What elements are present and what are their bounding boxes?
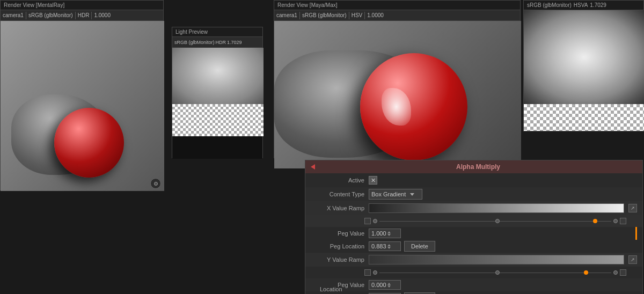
main-divider2 bbox=[349, 12, 349, 19]
top-right-gradient-canvas bbox=[524, 10, 644, 104]
x-peg-value-input[interactable]: 1.000 bbox=[369, 229, 401, 238]
x-peg-value-down[interactable] bbox=[387, 234, 391, 236]
main-divider1 bbox=[299, 12, 300, 19]
content-type-select[interactable]: Box Gradient bbox=[369, 189, 422, 200]
x-peg-value-row: Peg Value 1.000 bbox=[305, 227, 642, 240]
x-ramp-gradient bbox=[369, 204, 624, 212]
x-orange-indicator bbox=[635, 227, 637, 240]
main-divider3 bbox=[364, 12, 365, 19]
top-right-preview-panel: sRGB (glbMonitor) HSVA 1.7029 bbox=[523, 0, 644, 131]
x-peg-loc-spinbox-wrap: 0.883 bbox=[369, 241, 401, 251]
y-ramp-end-spacer bbox=[628, 268, 637, 277]
x-peg-spinbox-wrapper: 1.000 bbox=[369, 229, 401, 238]
y-peg-value-up[interactable] bbox=[387, 283, 391, 285]
x-delete-button[interactable]: Delete bbox=[404, 241, 435, 252]
main-camera: camera1 bbox=[276, 12, 297, 18]
x-peg-value-label: Peg Value bbox=[311, 230, 364, 237]
x-peg-spinbox-arrows bbox=[387, 231, 391, 236]
y-value-ramp[interactable] bbox=[369, 255, 624, 264]
left-panel-titlebar: Render View [MentalRay] bbox=[1, 1, 163, 10]
y-peg-location-row: Peg Location 0.855 Delete bbox=[305, 291, 642, 294]
left-zoom: 1.0000 bbox=[94, 12, 111, 18]
x-peg-location-label: Peg Location bbox=[311, 243, 364, 249]
x-ramp-mid-marker[interactable] bbox=[495, 219, 500, 223]
x-ramp-orange-marker[interactable] bbox=[593, 219, 597, 223]
x-ramp-dot-right[interactable] bbox=[613, 219, 618, 223]
toolbar-divider2 bbox=[75, 12, 76, 19]
left-render-panel: Render View [MentalRay] camera1 sRGB (gl… bbox=[0, 0, 164, 190]
light-preview-canvas bbox=[172, 48, 264, 136]
y-ramp-check-right[interactable] bbox=[620, 269, 626, 276]
main-hdr[interactable]: HSV bbox=[352, 12, 363, 18]
y-peg-value-down[interactable] bbox=[387, 285, 391, 288]
collapse-button[interactable] bbox=[311, 164, 315, 170]
x-ramp-edit-icon[interactable]: ↗ bbox=[628, 204, 637, 212]
lp-zoom: 1.7029 bbox=[227, 40, 242, 45]
x-ramp-track bbox=[379, 221, 611, 222]
left-panel-toolbar: camera1 sRGB (glbMonitor) HDR 1.0000 bbox=[1, 10, 163, 21]
y-peg-spinbox-wrapper: 0.000 bbox=[369, 280, 401, 290]
x-peg-location-input[interactable]: 0.883 bbox=[369, 241, 401, 251]
content-type-row: Content Type Box Gradient bbox=[305, 187, 642, 201]
x-ramp-check[interactable] bbox=[364, 218, 371, 224]
y-ramp-check[interactable] bbox=[364, 269, 371, 276]
y-ramp-dot-left[interactable] bbox=[373, 270, 377, 275]
light-preview-toolbar: sRGB (glbMonitor) HDR 1.7029 bbox=[172, 37, 262, 48]
y-ramp-label: Y Value Ramp bbox=[311, 256, 364, 263]
active-checkbox[interactable]: ✕ bbox=[369, 176, 377, 185]
y-peg-value-text: 0.000 bbox=[371, 282, 386, 288]
main-panel-title: Render View [Maya/Max] bbox=[277, 2, 338, 8]
y-ramp-mid-marker[interactable] bbox=[495, 270, 500, 275]
render-overlay-icon[interactable]: ⚙ bbox=[150, 178, 161, 189]
x-ramp-end-spacer bbox=[628, 217, 637, 225]
light-preview-panel: Light Preview sRGB (glbMonitor) HDR 1.70… bbox=[172, 27, 263, 158]
active-label: Active bbox=[311, 177, 364, 183]
content-type-label: Content Type bbox=[311, 191, 364, 197]
property-title: Alpha Multiply bbox=[319, 163, 637, 171]
left-color-mode[interactable]: sRGB (glbMonitor) bbox=[28, 12, 73, 18]
x-peg-loc-down[interactable] bbox=[387, 247, 391, 249]
y-ramp-edit-icon[interactable]: ↗ bbox=[628, 255, 637, 264]
x-value-ramp[interactable] bbox=[369, 203, 624, 213]
main-zoom: 1.0000 bbox=[367, 12, 384, 18]
x-ramp-check-right[interactable] bbox=[620, 218, 626, 224]
x-peg-location-row: Peg Location 0.883 Delete bbox=[305, 240, 642, 253]
top-right-checker bbox=[524, 104, 644, 131]
left-render-canvas: ⚙ bbox=[1, 21, 164, 191]
top-right-titlebar: sRGB (glbMonitor) HSVA 1.7029 bbox=[524, 1, 643, 10]
y-ramp-dot-right[interactable] bbox=[613, 270, 618, 275]
y-ramp-markers-row bbox=[305, 267, 642, 278]
main-color-mode[interactable]: sRGB (glbMonitor) bbox=[302, 12, 347, 18]
left-hdr[interactable]: HDR bbox=[78, 12, 90, 18]
light-preview-title: Light Preview bbox=[175, 29, 208, 35]
left-camera-label: camera1 bbox=[3, 12, 24, 18]
y-value-ramp-row: Y Value Ramp ↗ bbox=[305, 253, 642, 267]
toolbar-divider bbox=[26, 12, 26, 19]
y-ramp-orange-marker[interactable] bbox=[584, 270, 588, 275]
top-right-hdr[interactable]: HSVA bbox=[574, 2, 588, 8]
active-row: Active ✕ bbox=[305, 173, 642, 187]
y-ramp-track bbox=[379, 273, 611, 273]
content-type-dropdown-arrow bbox=[410, 193, 414, 196]
y-ramp-gradient bbox=[369, 255, 624, 264]
lp-hdr[interactable]: HDR bbox=[216, 40, 226, 45]
main-render-scene bbox=[274, 21, 521, 168]
top-right-colormode[interactable]: sRGB (glbMonitor) bbox=[527, 2, 572, 8]
content-type-value: Box Gradient bbox=[371, 191, 406, 197]
toolbar-divider3 bbox=[91, 12, 92, 19]
x-peg-loc-arrows bbox=[387, 244, 391, 249]
light-preview-upper bbox=[172, 48, 264, 104]
x-peg-location-controls: 0.883 Delete bbox=[369, 241, 435, 252]
light-preview-titlebar: Light Preview bbox=[172, 27, 262, 37]
y-peg-value-input[interactable]: 0.000 bbox=[369, 280, 401, 290]
property-header: Alpha Multiply bbox=[305, 160, 642, 173]
x-peg-value-up[interactable] bbox=[387, 231, 391, 233]
x-peg-location-text: 0.883 bbox=[371, 243, 386, 249]
y-peg-value-row: Peg Value 0.000 bbox=[305, 278, 642, 291]
main-panel-titlebar: Render View [Maya/Max] bbox=[274, 1, 520, 10]
main-render-panel: Render View [Maya/Max] camera1 sRGB (glb… bbox=[274, 0, 521, 158]
x-ramp-dot-left[interactable] bbox=[373, 219, 377, 223]
x-peg-loc-up[interactable] bbox=[387, 244, 391, 246]
lp-color-mode[interactable]: sRGB (glbMonitor) bbox=[174, 40, 215, 45]
x-delete-label: Delete bbox=[411, 243, 428, 249]
